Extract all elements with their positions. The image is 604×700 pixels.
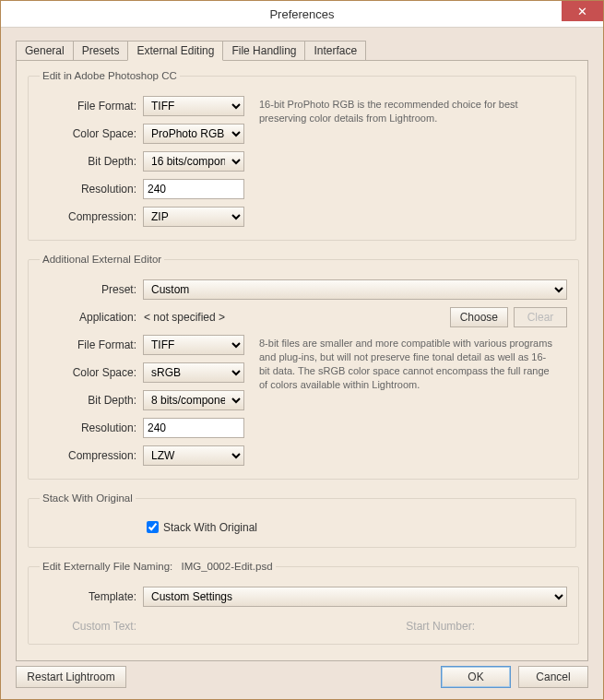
choose-button[interactable]: Choose [450,307,508,327]
select-file-format-1[interactable]: TIFF [143,96,244,116]
checkbox-stack-original[interactable] [147,521,159,533]
window-title: Preferences [269,7,334,21]
group-additional-editor: Additional External Editor Preset: Custo… [28,254,579,480]
label-file-format-2: File Format: [40,338,143,351]
label-bit-depth-2: Bit Depth: [40,394,143,407]
select-file-format-2[interactable]: TIFF [143,335,244,355]
label-start-number: Start Number: [406,620,475,633]
tab-panel: Edit in Adobe Photoshop CC File Format: … [16,60,588,661]
hint-photoshop: 16-bit ProPhoto RGB is the recommended c… [259,98,554,125]
preferences-window: Preferences ✕ General Presets External E… [0,0,604,700]
label-resolution-2: Resolution: [40,421,143,434]
clear-button[interactable]: Clear [514,307,567,327]
select-bit-depth-2[interactable]: 8 bits/component [143,390,244,410]
select-bit-depth-1[interactable]: 16 bits/component [143,151,244,172]
tab-general[interactable]: General [16,41,74,61]
label-compression-2: Compression: [40,449,143,462]
close-button[interactable]: ✕ [562,1,603,21]
application-value: < not specified > [143,311,365,324]
tab-interface[interactable]: Interface [304,41,366,61]
label-custom-text: Custom Text: [40,620,143,633]
label-preset: Preset: [40,283,143,296]
group-title-photoshop: Edit in Adobe Photoshop CC [40,70,180,81]
select-color-space-2[interactable]: sRGB [143,362,244,383]
select-compression-2[interactable]: LZW [143,445,244,466]
group-stack-with-original: Stack With Original Stack With Original [28,492,576,548]
select-template[interactable]: Custom Settings [143,587,567,607]
bottom-bar: Restart Lightroom OK Cancel [16,666,588,688]
label-color-space-1: Color Space: [40,127,143,140]
select-color-space-1[interactable]: ProPhoto RGB [143,124,244,144]
ok-button[interactable]: OK [441,666,511,688]
restart-lightroom-button[interactable]: Restart Lightroom [16,666,126,688]
label-color-space-2: Color Space: [40,366,143,379]
input-resolution-1[interactable] [143,179,244,199]
label-stack-original: Stack With Original [163,521,257,534]
select-compression-1[interactable]: ZIP [143,207,244,227]
titlebar: Preferences ✕ [1,1,603,28]
group-title-additional: Additional External Editor [40,254,164,265]
close-icon: ✕ [577,5,587,18]
input-resolution-2[interactable] [143,418,244,438]
tab-strip: General Presets External Editing File Ha… [16,41,588,61]
group-file-naming: Edit Externally File Naming: IMG_0002-Ed… [28,561,579,645]
label-bit-depth-1: Bit Depth: [40,155,143,168]
hint-additional: 8-bit files are smaller and more compati… [259,337,554,391]
group-edit-in-photoshop: Edit in Adobe Photoshop CC File Format: … [28,70,576,241]
group-title-naming: Edit Externally File Naming: IMG_0002-Ed… [40,561,276,572]
label-template: Template: [40,590,143,603]
label-file-format-1: File Format: [40,100,143,113]
naming-filename: IMG_0002-Edit.psd [181,561,272,572]
tab-presets[interactable]: Presets [73,41,129,61]
group-title-stack: Stack With Original [40,492,136,504]
tab-external-editing[interactable]: External Editing [127,41,223,61]
label-application: Application: [40,311,143,324]
select-preset[interactable]: Custom [143,279,567,300]
cancel-button[interactable]: Cancel [518,666,588,688]
label-resolution-1: Resolution: [40,183,143,196]
content-area: General Presets External Editing File Ha… [1,28,603,672]
tab-file-handling[interactable]: File Handling [222,41,305,61]
label-compression-1: Compression: [40,210,143,223]
